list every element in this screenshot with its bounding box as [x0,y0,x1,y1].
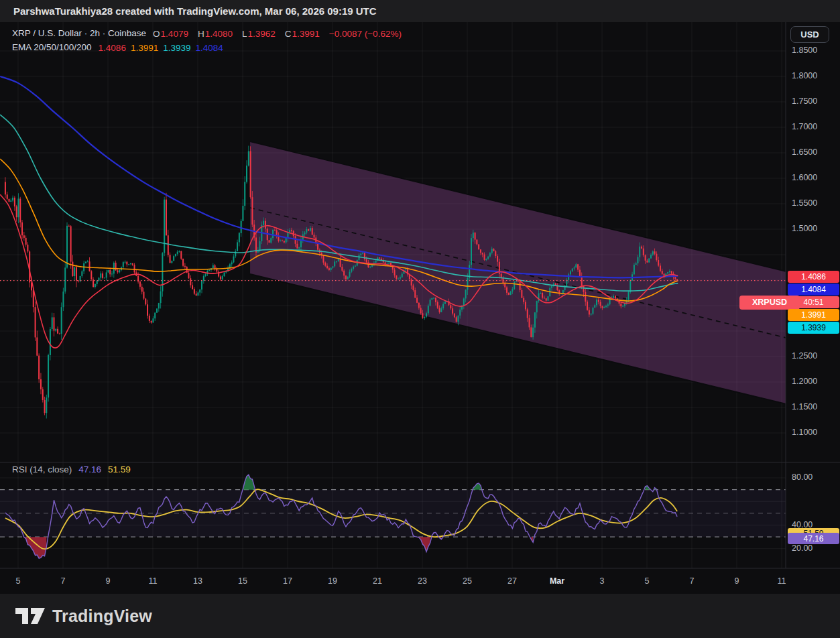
ema-values: 1.40861.39911.39391.4084 [99,42,228,54]
rsi-value: 47.16 [78,464,101,474]
symbol-legend: XRP / U.S. Dollar · 2h · Coinbase O1.407… [12,26,406,54]
ohlc-pair: H1.4080 [198,29,237,39]
brand-name[interactable]: TradingView [52,607,152,626]
footer-bar: TradingView [0,594,840,638]
rsi-legend-row[interactable]: RSI (14, close) 47.16 51.59 [12,464,137,474]
rsi-ma-value: 51.59 [108,464,131,474]
symbol-title: XRP / U.S. Dollar · 2h · Coinbase [12,28,146,38]
time-axis-drag-area[interactable] [0,568,786,594]
symbol-legend-row[interactable]: XRP / U.S. Dollar · 2h · Coinbase O1.407… [12,26,406,40]
main-pane [0,76,786,418]
tradingview-logo-icon[interactable] [15,607,46,625]
attribution-text: ParshwaTurakhiya28 created with TradingV… [13,5,377,17]
ohlc-pair: O1.4079 [153,29,193,39]
chart-widget: 1.85001.80001.75001.70001.65001.60001.55… [0,22,840,594]
price-chart-canvas[interactable]: 1.85001.80001.75001.70001.65001.60001.55… [0,22,840,594]
ema-value: 1.3939 [163,43,190,53]
ohlc-values: O1.4079H1.4080L1.3962C1.3991−0.0087 (−0.… [153,27,406,40]
ohlc-pair: L1.3962 [242,29,280,39]
rsi-legend-label: RSI (14, close) [12,464,72,474]
indicator-price-badge: 1.4086 [788,271,839,283]
indicator-price-badge: 1.3939 [788,322,839,334]
ema-value: 1.4086 [99,43,126,53]
indicator-price-badge: 1.3991 [788,309,839,321]
ema-value: 1.3991 [131,43,158,53]
attribution-bar: ParshwaTurakhiya28 created with TradingV… [0,0,840,22]
tradingview-chart-screenshot: ParshwaTurakhiya28 created with TradingV… [0,0,840,638]
ohlc-pair: C1.3991 [285,29,324,39]
indicator-price-badge: 1.4084 [788,283,839,296]
ema-legend-row[interactable]: EMA 20/50/100/200 1.40861.39911.39391.40… [12,40,406,54]
countdown-price-badge: 40:51 [788,296,839,308]
rsi-value-badge: 47.16 [788,533,839,544]
currency-label: USD [800,29,819,40]
currency-toggle-usd[interactable]: USD [790,26,829,43]
change-value: −0.0087 (−0.62%) [329,29,402,39]
ema-legend-label: EMA 20/50/100/200 [12,42,92,52]
rsi-pane [0,474,786,558]
ema-value: 1.4084 [195,43,223,53]
